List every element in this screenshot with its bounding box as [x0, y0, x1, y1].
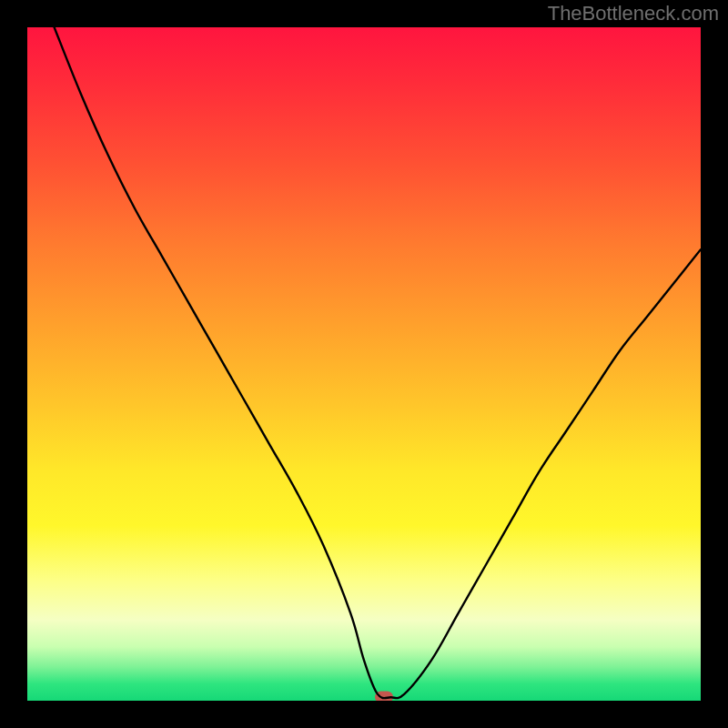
- chart-frame: TheBottleneck.com: [0, 0, 728, 728]
- plot-area: [27, 27, 701, 701]
- bottleneck-curve: [27, 27, 701, 701]
- curve-path: [55, 27, 701, 698]
- watermark-text: TheBottleneck.com: [548, 2, 719, 25]
